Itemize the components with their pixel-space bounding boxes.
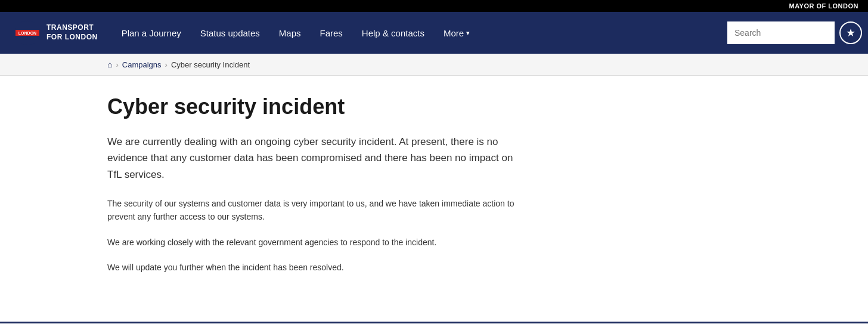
favourite-button[interactable]: ★ — [839, 21, 862, 44]
nav-fares[interactable]: Fares — [311, 12, 352, 54]
svg-text:LONDON: LONDON — [18, 31, 36, 35]
breadcrumb-current: Cyber security Incident — [171, 60, 250, 69]
page-title: Cyber security incident — [107, 94, 608, 119]
nav-help-contacts[interactable]: Help & contacts — [352, 12, 434, 54]
tfl-logo[interactable]: LONDON TRANSPORT FOR LONDON — [6, 12, 106, 54]
breadcrumb-home-icon[interactable]: ⌂ — [107, 60, 112, 69]
mayor-bar-text: MAYOR OF LONDON — [789, 2, 859, 10]
nav-more[interactable]: More ▾ — [434, 12, 479, 54]
footer-separator — [0, 322, 868, 323]
brand-name: TRANSPORT FOR LONDON — [46, 23, 98, 42]
body-paragraph-1: The security of our systems and customer… — [107, 197, 525, 224]
body-paragraph-3: We will update you further when the inci… — [107, 261, 525, 274]
tfl-roundel-icon: LONDON — [14, 20, 41, 46]
search-input[interactable] — [727, 21, 835, 44]
main-content: Cyber security incident We are currently… — [0, 76, 715, 310]
star-icon: ★ — [846, 26, 855, 39]
breadcrumb-campaigns[interactable]: Campaigns — [122, 60, 162, 69]
body-paragraph-2: We are working closely with the relevant… — [107, 236, 525, 249]
breadcrumb: ⌂ › Campaigns › Cyber security Incident — [0, 54, 868, 76]
nav-links: Plan a Journey Status updates Maps Fares… — [112, 12, 727, 54]
breadcrumb-sep-2: › — [165, 60, 168, 69]
nav-plan-journey[interactable]: Plan a Journey — [112, 12, 191, 54]
mayor-bar: MAYOR OF LONDON — [0, 0, 868, 12]
main-nav: LONDON TRANSPORT FOR LONDON Plan a Journ… — [0, 12, 868, 54]
intro-paragraph: We are currently dealing with an ongoing… — [107, 134, 525, 183]
nav-maps[interactable]: Maps — [269, 12, 311, 54]
nav-status-updates[interactable]: Status updates — [191, 12, 269, 54]
more-chevron-icon: ▾ — [466, 29, 470, 37]
search-area: ★ — [727, 21, 862, 44]
breadcrumb-sep-1: › — [116, 60, 118, 69]
